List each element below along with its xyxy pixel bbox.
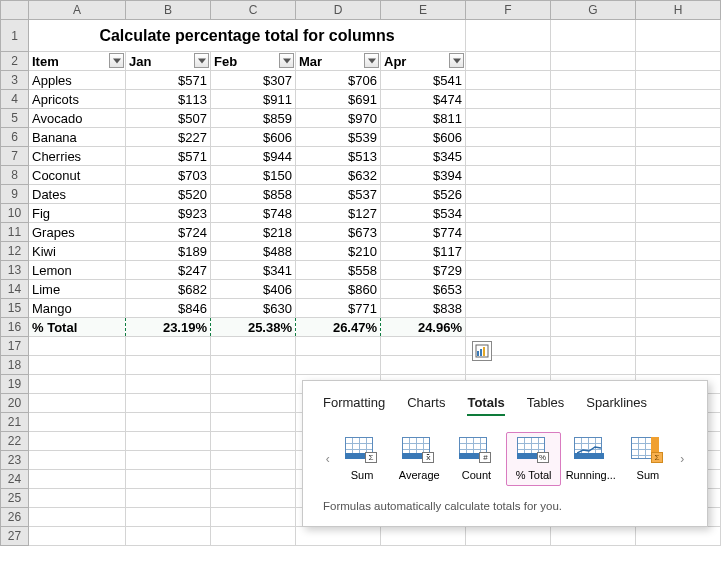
totals-feb-cell[interactable]: 25.38% [211,318,296,337]
cell-item[interactable]: Mango [29,299,126,318]
cell[interactable] [466,71,551,90]
cell-feb[interactable]: $488 [211,242,296,261]
cell[interactable] [551,242,636,261]
cell[interactable] [381,337,466,356]
row-header[interactable]: 13 [1,261,29,280]
cell-item[interactable]: Apricots [29,90,126,109]
cell[interactable] [211,394,296,413]
cell-item[interactable]: Apples [29,71,126,90]
row-header[interactable]: 5 [1,109,29,128]
cell[interactable] [551,356,636,375]
cell[interactable] [126,451,211,470]
cell[interactable] [466,261,551,280]
cell-item[interactable]: Grapes [29,223,126,242]
cell-mar[interactable]: $558 [296,261,381,280]
cell[interactable] [29,527,126,546]
cell-jan[interactable]: $520 [126,185,211,204]
cell-item[interactable]: Fig [29,204,126,223]
cell-item[interactable]: Banana [29,128,126,147]
cell[interactable] [551,90,636,109]
cell[interactable] [211,451,296,470]
cell-feb[interactable]: $150 [211,166,296,185]
cell[interactable] [551,128,636,147]
cell-mar[interactable]: $691 [296,90,381,109]
cell-feb[interactable]: $944 [211,147,296,166]
totals-mar-cell[interactable]: 26.47% [296,318,381,337]
cell-jan[interactable]: $703 [126,166,211,185]
cell-apr[interactable]: $345 [381,147,466,166]
filter-button-feb[interactable] [279,53,294,68]
cell[interactable] [466,204,551,223]
cell[interactable] [296,527,381,546]
cell-mar[interactable]: $970 [296,109,381,128]
cell[interactable] [551,109,636,128]
cell-mar[interactable]: $632 [296,166,381,185]
cell-mar[interactable]: $513 [296,147,381,166]
table-header-mar[interactable]: Mar [296,52,381,71]
cell-jan[interactable]: $227 [126,128,211,147]
option-running-total[interactable]: Running... [563,432,618,486]
cell[interactable] [636,318,721,337]
cell[interactable] [29,375,126,394]
tab-sparklines[interactable]: Sparklines [586,395,647,416]
row-header[interactable]: 4 [1,90,29,109]
cell-item[interactable]: Avocado [29,109,126,128]
cell-apr[interactable]: $729 [381,261,466,280]
cell[interactable] [551,223,636,242]
row-header[interactable]: 17 [1,337,29,356]
table-header-jan[interactable]: Jan [126,52,211,71]
cell-mar[interactable]: $706 [296,71,381,90]
col-header-F[interactable]: F [466,1,551,20]
cell[interactable] [29,451,126,470]
cell[interactable] [636,147,721,166]
cell-feb[interactable]: $406 [211,280,296,299]
cell-apr[interactable]: $838 [381,299,466,318]
cell-mar[interactable]: $537 [296,185,381,204]
filter-button-mar[interactable] [364,53,379,68]
filter-button-apr[interactable] [449,53,464,68]
row-header[interactable]: 7 [1,147,29,166]
row-header[interactable]: 25 [1,489,29,508]
cell-jan[interactable]: $113 [126,90,211,109]
cell-mar[interactable]: $673 [296,223,381,242]
cell-apr[interactable]: $541 [381,71,466,90]
cell-jan[interactable]: $846 [126,299,211,318]
cell[interactable] [636,185,721,204]
cell[interactable] [466,147,551,166]
cell-feb[interactable]: $307 [211,71,296,90]
cell[interactable] [551,20,636,52]
cell-feb[interactable]: $606 [211,128,296,147]
row-header[interactable]: 24 [1,470,29,489]
cell[interactable] [466,128,551,147]
row-header[interactable]: 26 [1,508,29,527]
row-header[interactable]: 3 [1,71,29,90]
filter-button-item[interactable] [109,53,124,68]
cell-jan[interactable]: $189 [126,242,211,261]
cell[interactable] [466,299,551,318]
quick-analysis-button[interactable] [472,341,492,361]
cell[interactable] [551,280,636,299]
cell-feb[interactable]: $748 [211,204,296,223]
row-header[interactable]: 8 [1,166,29,185]
cell-mar[interactable]: $860 [296,280,381,299]
row-header[interactable]: 23 [1,451,29,470]
row-header[interactable]: 2 [1,52,29,71]
cell[interactable] [29,470,126,489]
row-header[interactable]: 12 [1,242,29,261]
options-next-arrow[interactable]: › [678,452,687,466]
row-header[interactable]: 1 [1,20,29,52]
cell-mar[interactable]: $539 [296,128,381,147]
cell-feb[interactable]: $911 [211,90,296,109]
cell[interactable] [211,432,296,451]
cell[interactable] [466,318,551,337]
cell[interactable] [636,242,721,261]
cell-apr[interactable]: $606 [381,128,466,147]
option-count[interactable]: # Count [449,432,504,486]
row-header[interactable]: 21 [1,413,29,432]
cell-jan[interactable]: $923 [126,204,211,223]
cell[interactable] [551,318,636,337]
option-average[interactable]: x̄ Average [392,432,447,486]
tab-tables[interactable]: Tables [527,395,565,416]
cell[interactable] [636,90,721,109]
cell-mar[interactable]: $210 [296,242,381,261]
